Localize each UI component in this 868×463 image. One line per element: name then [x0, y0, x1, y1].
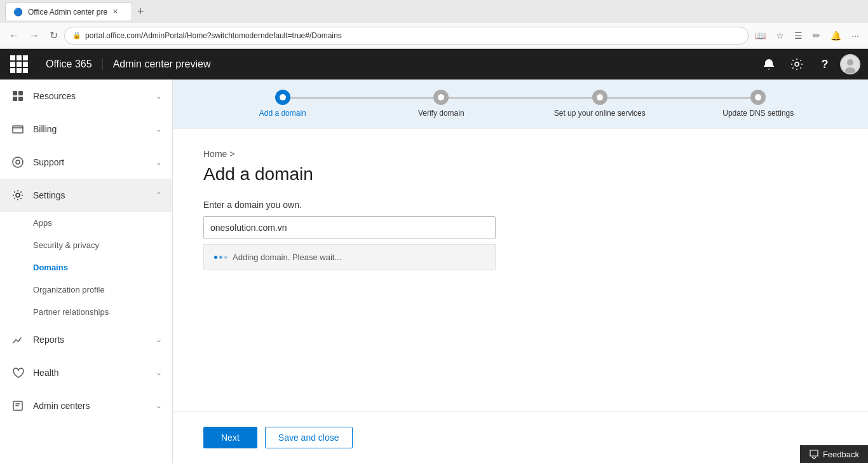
- top-bar: Office 365 Admin center preview ?: [0, 49, 868, 79]
- resources-label: Resources: [33, 91, 156, 101]
- wizard-step-update-dns[interactable]: Update DNS settings: [679, 90, 838, 118]
- tab-title: Office Admin center pre: [28, 8, 107, 17]
- notes-button[interactable]: ✏: [809, 28, 824, 43]
- settings-gear-icon[interactable]: [784, 52, 810, 77]
- settings-label: Settings: [33, 190, 156, 200]
- reports-chevron-icon: ⌄: [156, 335, 162, 344]
- settings-icon: [10, 188, 25, 203]
- resources-chevron-icon: ⌄: [156, 92, 162, 100]
- billing-icon: [10, 121, 25, 137]
- sidebar-item-settings[interactable]: Settings ⌃: [0, 179, 172, 212]
- save-and-close-button[interactable]: Save and close: [265, 427, 353, 448]
- svg-point-0: [795, 62, 799, 66]
- svg-rect-4: [13, 91, 17, 95]
- step-label-add-domain: Add a domain: [259, 109, 306, 118]
- app-name: Office 365: [36, 59, 103, 70]
- tab-close-button[interactable]: ✕: [112, 8, 118, 16]
- browser-tabs: 🔵 Office Admin center pre ✕ +: [0, 0, 868, 23]
- breadcrumb: Home >: [203, 149, 837, 159]
- browser-toolbar: ← → ↻ 🔒 portal.office.com/AdminPortal/Ho…: [0, 23, 868, 48]
- breadcrumb-separator: >: [229, 149, 234, 159]
- sidebar-item-health[interactable]: Health ⌄: [0, 356, 172, 389]
- footer-buttons: Next Save and close: [173, 411, 868, 463]
- notifications-bell[interactable]: 🔔: [827, 28, 845, 43]
- waffle-icon: [10, 55, 28, 73]
- sidebar-item-admin-centers[interactable]: Admin centers ⌄: [0, 389, 172, 422]
- wizard-step-add-domain[interactable]: Add a domain: [203, 90, 362, 118]
- feedback-label: Feedback: [823, 450, 859, 459]
- resources-icon: [10, 88, 25, 104]
- step-circle-verify-domain: [433, 90, 449, 105]
- waffle-menu-button[interactable]: [8, 53, 31, 76]
- url-bar[interactable]: 🔒 portal.office.com/AdminPortal/Home?swi…: [64, 27, 749, 45]
- wizard-step-setup-services[interactable]: Set up your online services: [520, 90, 679, 118]
- support-label: Support: [33, 157, 156, 167]
- lock-icon: 🔒: [72, 31, 81, 39]
- svg-point-10: [16, 160, 20, 164]
- step-circle-setup-services: [592, 90, 607, 105]
- feedback-icon: [809, 449, 819, 459]
- svg-rect-7: [18, 97, 23, 101]
- forward-button[interactable]: →: [25, 27, 43, 44]
- feedback-button[interactable]: Feedback: [800, 445, 868, 463]
- breadcrumb-home[interactable]: Home: [203, 149, 227, 159]
- new-tab-button[interactable]: +: [132, 5, 149, 18]
- app-container: Office 365 Admin center preview ?: [0, 49, 868, 463]
- admin-centers-label: Admin centers: [33, 401, 156, 411]
- sidebar-subitem-domains[interactable]: Domains: [0, 256, 172, 279]
- svg-rect-8: [13, 126, 23, 133]
- reports-label: Reports: [33, 335, 156, 345]
- favorites-button[interactable]: ☆: [772, 28, 788, 43]
- admin-centers-chevron-icon: ⌄: [156, 401, 162, 410]
- support-chevron-icon: ⌄: [156, 158, 162, 167]
- hub-button[interactable]: ☰: [790, 28, 806, 43]
- wizard-steps: Add a domain Verify domain Set up your o…: [173, 79, 868, 128]
- page-title: Add a domain: [203, 164, 837, 184]
- domain-input[interactable]: [203, 216, 496, 239]
- admin-centers-icon: [10, 398, 25, 413]
- billing-label: Billing: [33, 124, 156, 134]
- refresh-button[interactable]: ↻: [46, 27, 62, 44]
- health-chevron-icon: ⌄: [156, 368, 162, 377]
- browser-actions: 📖 ☆ ☰ ✏ 🔔 ···: [751, 28, 863, 43]
- content-area: Add a domain Verify domain Set up your o…: [173, 79, 868, 463]
- sidebar-subitem-security[interactable]: Security & privacy: [0, 234, 172, 256]
- sidebar-subitem-org-profile[interactable]: Organization profile: [0, 279, 172, 301]
- app-title: Admin center preview: [103, 59, 221, 70]
- svg-point-2: [847, 59, 853, 66]
- next-button[interactable]: Next: [203, 427, 257, 448]
- reader-mode-button[interactable]: 📖: [751, 28, 770, 43]
- step-label-update-dns: Update DNS settings: [722, 109, 794, 118]
- health-icon: [10, 365, 25, 380]
- wizard-step-verify-domain[interactable]: Verify domain: [362, 90, 521, 118]
- loading-bar: Adding domain. Please wait...: [203, 244, 496, 270]
- browser-chrome: 🔵 Office Admin center pre ✕ + ← → ↻ 🔒 po…: [0, 0, 868, 49]
- svg-rect-6: [13, 97, 17, 101]
- step-label-verify-domain: Verify domain: [418, 109, 465, 118]
- help-question-icon[interactable]: ?: [812, 52, 837, 77]
- active-tab[interactable]: 🔵 Office Admin center pre ✕: [5, 3, 132, 20]
- sidebar-item-resources[interactable]: Resources ⌄: [0, 79, 172, 113]
- sidebar: Resources ⌄ Billing ⌄ Support ⌄: [0, 79, 173, 463]
- page-content: Home > Add a domain Enter a domain you o…: [173, 128, 868, 411]
- billing-chevron-icon: ⌄: [156, 125, 162, 134]
- sidebar-item-billing[interactable]: Billing ⌄: [0, 113, 172, 146]
- sidebar-item-support[interactable]: Support ⌄: [0, 146, 172, 179]
- step-label-setup-services: Set up your online services: [554, 109, 646, 118]
- health-label: Health: [33, 368, 156, 378]
- main-layout: Resources ⌄ Billing ⌄ Support ⌄: [0, 79, 868, 463]
- settings-chevron-icon: ⌃: [156, 191, 162, 200]
- loading-dots-icon: [214, 256, 227, 259]
- svg-rect-5: [18, 91, 23, 95]
- sidebar-item-reports[interactable]: Reports ⌄: [0, 323, 172, 356]
- top-bar-icons: ?: [756, 52, 860, 77]
- more-button[interactable]: ···: [848, 28, 863, 43]
- svg-point-9: [13, 157, 23, 167]
- back-button[interactable]: ←: [5, 27, 23, 44]
- sidebar-subitem-partner[interactable]: Partner relationships: [0, 301, 172, 323]
- sidebar-subitem-apps[interactable]: Apps: [0, 212, 172, 234]
- reports-icon: [10, 332, 25, 347]
- user-avatar[interactable]: [840, 54, 860, 74]
- notification-bell-icon[interactable]: [756, 52, 782, 77]
- svg-point-11: [16, 193, 20, 197]
